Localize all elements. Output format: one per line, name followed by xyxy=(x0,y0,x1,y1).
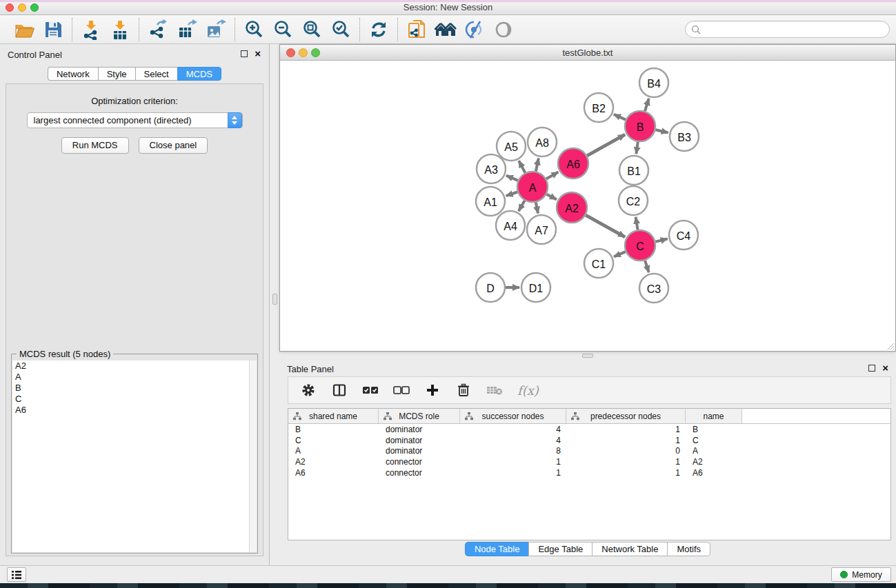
task-history-button[interactable] xyxy=(7,567,26,582)
horizontal-splitter-handle[interactable] xyxy=(582,354,593,358)
save-session-icon[interactable] xyxy=(42,19,64,41)
graph-node-C2[interactable]: C2 xyxy=(619,186,648,215)
tab-motifs[interactable]: Motifs xyxy=(667,542,710,556)
graph-edge-A-A8[interactable] xyxy=(536,158,539,171)
graph-node-C3[interactable]: C3 xyxy=(639,274,668,303)
graph-node-A8[interactable]: A8 xyxy=(528,128,557,156)
graph-node-D[interactable]: D xyxy=(476,273,505,302)
table-row[interactable]: Adominator80A xyxy=(288,446,890,457)
table-row[interactable]: A6connector11A6 xyxy=(288,467,890,478)
network-window-titlebar[interactable]: testGlobe.txt xyxy=(280,45,895,61)
graph-edge-A-A6[interactable] xyxy=(546,172,558,179)
tab-network-table[interactable]: Network Table xyxy=(592,542,667,556)
table-float-panel-icon[interactable] xyxy=(868,365,875,372)
graph-node-A4[interactable]: A4 xyxy=(496,211,525,240)
vertical-splitter-handle[interactable] xyxy=(272,294,277,305)
column-header-shared-name[interactable]: shared name xyxy=(288,409,379,423)
graph-edge-B-B4[interactable] xyxy=(645,99,649,111)
column-header-name[interactable]: name xyxy=(686,409,742,423)
result-list-item[interactable]: A xyxy=(12,372,249,383)
graph-edge-A6-B[interactable] xyxy=(587,134,625,156)
deselect-all-checkboxes-icon[interactable] xyxy=(393,382,410,398)
show-graphics-details-icon[interactable] xyxy=(492,19,515,41)
search-input[interactable] xyxy=(704,24,889,34)
graph-node-A6[interactable]: A6 xyxy=(558,148,588,179)
run-mcds-button[interactable]: Run MCDS xyxy=(61,137,129,154)
graph-node-C[interactable]: C xyxy=(625,230,655,261)
clone-network-view-icon[interactable] xyxy=(406,19,428,41)
import-network-icon[interactable] xyxy=(80,19,102,41)
graph-edge-B-B3[interactable] xyxy=(655,130,668,132)
window-resize-grip[interactable] xyxy=(885,341,895,350)
result-list-item[interactable]: C xyxy=(12,394,249,405)
hide-graphics-details-icon[interactable] xyxy=(464,19,486,41)
graph-edge-A-A2[interactable] xyxy=(546,194,557,200)
export-table-icon[interactable] xyxy=(176,19,198,41)
tab-network[interactable]: Network xyxy=(48,67,98,81)
tab-mcds[interactable]: MCDS xyxy=(177,67,221,81)
graph-node-A[interactable]: A xyxy=(517,172,548,202)
graph-edge-A-A7[interactable] xyxy=(536,203,538,214)
column-header-successor-nodes[interactable]: successor nodes xyxy=(460,409,566,423)
home-views-icon[interactable] xyxy=(435,19,457,41)
result-list-scrollbar[interactable] xyxy=(249,361,257,552)
memory-button[interactable]: Memory xyxy=(831,567,891,582)
refresh-layout-icon[interactable] xyxy=(368,19,390,41)
column-header-mcds-role[interactable]: MCDS role xyxy=(379,409,460,423)
export-network-icon[interactable] xyxy=(147,19,169,41)
graph-edge-A2-C[interactable] xyxy=(586,215,625,237)
zoom-fit-icon[interactable] xyxy=(301,19,323,41)
open-session-icon[interactable] xyxy=(13,19,35,41)
float-panel-icon[interactable] xyxy=(241,50,248,57)
search-field[interactable] xyxy=(685,21,890,38)
zoom-selected-icon[interactable] xyxy=(330,19,352,41)
graph-node-A7[interactable]: A7 xyxy=(527,215,556,244)
column-layout-icon[interactable] xyxy=(331,382,348,398)
graph-node-C4[interactable]: C4 xyxy=(669,221,698,250)
column-header-predecessor-nodes[interactable]: predecessor nodes xyxy=(566,409,686,423)
settings-gear-icon[interactable] xyxy=(300,382,317,398)
add-column-icon[interactable] xyxy=(424,382,441,398)
network-canvas[interactable]: B4B2BB3A8A5A6A3B1AA1C2A2A4A7C4CC1C3DD1 xyxy=(280,61,895,351)
select-all-checkboxes-icon[interactable] xyxy=(362,382,379,398)
close-panel-icon[interactable]: × xyxy=(255,48,261,60)
graph-node-B2[interactable]: B2 xyxy=(584,93,613,122)
result-list-item[interactable]: A6 xyxy=(12,405,249,416)
tab-node-table[interactable]: Node Table xyxy=(465,542,529,556)
optimization-criterion-select[interactable]: largest connected component (directed) xyxy=(27,112,243,128)
table-close-panel-icon[interactable]: × xyxy=(882,362,888,374)
graph-edge-C-C4[interactable] xyxy=(655,239,667,242)
graph-node-A1[interactable]: A1 xyxy=(476,187,505,216)
graph-edge-C-C2[interactable] xyxy=(636,217,638,230)
result-list-item[interactable]: A2 xyxy=(12,361,249,372)
graph-node-A3[interactable]: A3 xyxy=(477,154,506,183)
tab-select[interactable]: Select xyxy=(135,67,177,81)
tab-style[interactable]: Style xyxy=(98,67,135,81)
graph-edge-A-A3[interactable] xyxy=(506,176,518,181)
zoom-out-icon[interactable] xyxy=(272,19,294,41)
graph-edge-B-B1[interactable] xyxy=(636,142,637,154)
import-table-icon[interactable] xyxy=(109,19,131,41)
zoom-in-icon[interactable] xyxy=(243,19,265,41)
graph-node-A5[interactable]: A5 xyxy=(497,132,526,161)
graph-edge-A-A5[interactable] xyxy=(519,161,525,172)
graph-edge-C-C1[interactable] xyxy=(614,252,626,256)
graph-node-A2[interactable]: A2 xyxy=(557,192,587,223)
table-row[interactable]: A2connector11A2 xyxy=(288,456,890,467)
delete-column-icon[interactable] xyxy=(455,382,472,398)
graph-node-B[interactable]: B xyxy=(625,111,655,141)
graph-edge-A-A1[interactable] xyxy=(506,192,518,196)
graph-node-B1[interactable]: B1 xyxy=(619,156,648,185)
export-image-icon[interactable] xyxy=(205,19,227,41)
table-row[interactable]: Bdominator41B xyxy=(288,424,890,435)
graph-node-B3[interactable]: B3 xyxy=(670,122,699,151)
graph-edge-B-B2[interactable] xyxy=(614,114,626,120)
tab-edge-table[interactable]: Edge Table xyxy=(528,542,592,556)
graph-edge-C-C3[interactable] xyxy=(645,261,649,272)
graph-node-C1[interactable]: C1 xyxy=(584,249,613,278)
result-list-item[interactable]: B xyxy=(12,383,249,394)
graph-node-D1[interactable]: D1 xyxy=(521,273,550,302)
close-panel-button[interactable]: Close panel xyxy=(139,137,208,154)
graph-edge-A-A4[interactable] xyxy=(519,201,525,211)
table-row[interactable]: Cdominator41C xyxy=(288,435,890,446)
